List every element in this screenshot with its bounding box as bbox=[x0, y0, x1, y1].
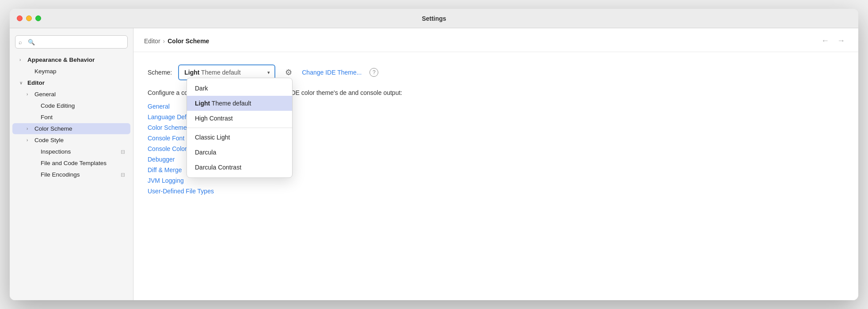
sidebar-item-label: Font bbox=[41, 114, 125, 121]
sidebar-item-code-style[interactable]: › Code Style bbox=[12, 135, 130, 146]
sidebar-item-editor[interactable]: ∨ Editor bbox=[12, 77, 130, 88]
sidebar-item-label: Code Editing bbox=[41, 102, 125, 109]
sidebar-item-label: File and Code Templates bbox=[41, 160, 125, 166]
sidebar-item-label: Keymap bbox=[34, 68, 125, 75]
main-header: Editor › Color Scheme ← → bbox=[133, 28, 858, 52]
scheme-value-rest: Theme default bbox=[199, 69, 240, 76]
chevron-right-icon: › bbox=[27, 126, 32, 131]
scheme-dropdown-value: Light Theme default bbox=[184, 69, 240, 76]
dropdown-item-label: Darcula Contrast bbox=[195, 164, 241, 171]
sidebar-item-label: General bbox=[34, 91, 125, 98]
sidebar-item-label: Code Style bbox=[34, 137, 125, 143]
chevron-down-icon: ∨ bbox=[19, 80, 25, 85]
user-defined-file-types-link[interactable]: User-Defined File Types bbox=[148, 188, 214, 195]
dropdown-divider bbox=[187, 128, 292, 128]
back-button[interactable]: ← bbox=[819, 35, 832, 46]
list-item: User-Defined File Types bbox=[148, 187, 844, 195]
dropdown-item-label: Dark bbox=[195, 85, 208, 92]
dropdown-item-darcula-contrast[interactable]: Darcula Contrast bbox=[187, 160, 292, 175]
sidebar-item-file-encodings[interactable]: File Encodings ⊟ bbox=[12, 169, 130, 180]
maximize-button[interactable] bbox=[35, 15, 41, 21]
dropdown-item-bold: Light bbox=[195, 100, 210, 107]
scheme-label: Scheme: bbox=[148, 69, 172, 76]
dropdown-item-label: Classic Light bbox=[195, 134, 230, 141]
breadcrumb-current: Color Scheme bbox=[168, 38, 209, 45]
search-input[interactable] bbox=[15, 35, 128, 49]
sidebar-nav: › Appearance & Behavior Keymap ∨ Editor … bbox=[10, 54, 133, 300]
chevron-right-icon: › bbox=[27, 92, 32, 97]
sidebar: ⌕ › Appearance & Behavior Keymap ∨ Edito… bbox=[10, 28, 133, 300]
chevron-down-icon: ▾ bbox=[267, 70, 270, 75]
settings-window: Settings ⌕ › Appearance & Behavior Keyma… bbox=[10, 9, 858, 300]
change-ide-theme-link[interactable]: Change IDE Theme... bbox=[302, 69, 362, 76]
search-icon: ⌕ bbox=[19, 39, 22, 45]
nav-arrows: ← → bbox=[819, 35, 848, 46]
console-font-link[interactable]: Console Font bbox=[148, 135, 184, 142]
close-button[interactable] bbox=[17, 15, 23, 21]
sidebar-item-appearance-behavior[interactable]: › Appearance & Behavior bbox=[12, 54, 130, 65]
sidebar-item-label: Color Scheme bbox=[34, 125, 125, 132]
sidebar-item-inspections[interactable]: Inspections ⊟ bbox=[12, 146, 130, 157]
dropdown-item-label: Light Theme default bbox=[195, 100, 251, 107]
diff-merge-link[interactable]: Diff & Merge bbox=[148, 166, 182, 173]
window-title: Settings bbox=[422, 15, 446, 22]
dropdown-item-label: Darcula bbox=[195, 149, 216, 156]
main-content: Editor › Color Scheme ← → Scheme: bbox=[133, 28, 858, 300]
dropdown-item-light-theme-default[interactable]: Light Theme default bbox=[187, 96, 292, 111]
traffic-lights bbox=[17, 15, 41, 21]
sidebar-item-code-editing[interactable]: Code Editing bbox=[12, 100, 130, 111]
scheme-dropdown-menu: Dark Light Theme default High Contrast C… bbox=[187, 78, 293, 178]
minimize-button[interactable] bbox=[26, 15, 32, 21]
chevron-right-icon: › bbox=[19, 57, 25, 62]
sidebar-item-general[interactable]: › General bbox=[12, 89, 130, 100]
forward-button[interactable]: → bbox=[834, 35, 848, 46]
sidebar-item-label: Editor bbox=[27, 79, 125, 86]
dropdown-item-classic-light[interactable]: Classic Light bbox=[187, 130, 292, 145]
console-colors-link[interactable]: Console Colors bbox=[148, 145, 190, 152]
breadcrumb-parent: Editor bbox=[144, 38, 160, 45]
sidebar-item-label: Inspections bbox=[41, 148, 119, 155]
eye-icon: ⊟ bbox=[121, 149, 125, 155]
breadcrumb: Editor › Color Scheme bbox=[144, 38, 209, 45]
chevron-right-icon: › bbox=[27, 138, 32, 143]
sidebar-item-font[interactable]: Font bbox=[12, 112, 130, 123]
sidebar-item-color-scheme[interactable]: › Color Scheme bbox=[12, 123, 130, 134]
breadcrumb-separator: › bbox=[163, 38, 165, 45]
sidebar-item-label: Appearance & Behavior bbox=[27, 57, 125, 63]
dropdown-item-darcula[interactable]: Darcula bbox=[187, 145, 292, 160]
sidebar-item-keymap[interactable]: Keymap bbox=[12, 66, 130, 77]
color-scheme-link[interactable]: Color Scheme bbox=[148, 124, 187, 131]
debugger-link[interactable]: Debugger bbox=[148, 156, 175, 163]
search-box: ⌕ bbox=[15, 35, 128, 49]
help-icon[interactable]: ? bbox=[369, 68, 378, 77]
dropdown-item-label: High Contrast bbox=[195, 115, 233, 122]
sidebar-item-label: File Encodings bbox=[41, 171, 119, 178]
dropdown-item-high-contrast[interactable]: High Contrast bbox=[187, 111, 292, 126]
scheme-value-bold: Light bbox=[184, 69, 199, 76]
titlebar: Settings bbox=[10, 9, 858, 28]
general-link[interactable]: General bbox=[148, 103, 170, 110]
eye-icon: ⊟ bbox=[121, 172, 125, 178]
main-layout: ⌕ › Appearance & Behavior Keymap ∨ Edito… bbox=[10, 28, 858, 300]
dropdown-item-dark[interactable]: Dark bbox=[187, 81, 292, 96]
jvm-logging-link[interactable]: JVM Logging bbox=[148, 177, 184, 184]
sidebar-item-file-code-templates[interactable]: File and Code Templates bbox=[12, 158, 130, 169]
